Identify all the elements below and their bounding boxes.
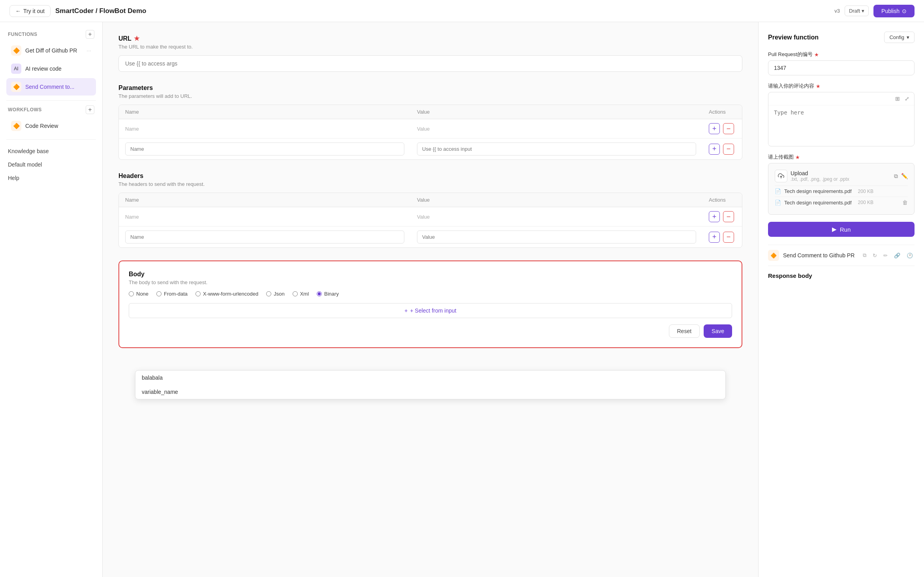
params-row1-name: Name	[119, 122, 411, 136]
radio-form-data[interactable]: From-data	[156, 291, 188, 297]
back-button[interactable]: ← Try it out	[9, 5, 51, 17]
sidebar-divider-1	[6, 100, 96, 101]
step-copy-button[interactable]: ⧉	[861, 251, 868, 259]
step-history-button[interactable]: 🕐	[905, 251, 915, 259]
file-info-1: 📄 Tech design requirements.pdf 200 KB	[775, 188, 873, 194]
headers-row1-name: Name	[119, 210, 411, 224]
add-workflow-button[interactable]: +	[86, 105, 94, 114]
params-row2-name	[119, 139, 411, 159]
send-comment-icon: 🔶	[11, 82, 21, 92]
upload-hint: .txt, .pdf, .png, .jpeg or .pptx	[791, 176, 849, 182]
body-section: Body The body to send with the request. …	[118, 260, 742, 348]
sidebar-item-code-review[interactable]: 🔶 Code Review	[6, 117, 96, 135]
select-from-input-button[interactable]: + + Select from input	[129, 303, 732, 318]
upload-edit-button[interactable]: ✏️	[901, 173, 908, 180]
textarea-expand-icon[interactable]: ⤢	[904, 95, 910, 103]
headers-col-value: Value	[411, 193, 702, 207]
run-label: Run	[840, 226, 851, 233]
url-input[interactable]	[118, 55, 742, 72]
comment-textarea[interactable]	[768, 105, 914, 145]
select-input-wrapper: + + Select from input balabala variable_…	[129, 303, 732, 318]
headers-add-button[interactable]: +	[709, 211, 720, 222]
sidebar-item-get-diff[interactable]: 🔶 Get Diff of Github PR ···	[6, 42, 96, 59]
upload-copy-button[interactable]: ⧉	[894, 173, 898, 180]
run-button[interactable]: ▶ Run	[768, 222, 915, 237]
comment-label: 请输入你的评论内容 ★	[768, 82, 915, 90]
file-delete-button[interactable]: 🗑	[902, 199, 908, 206]
sidebar-item-send-comment[interactable]: 🔶 Send Comment to...	[6, 78, 96, 96]
response-title: Response body	[768, 272, 915, 279]
screenshot-field: 请上传截图 ★ Upload .txt, .pdf, .png, .jpeg o…	[768, 154, 915, 215]
sidebar-item-ai-review[interactable]: AI AI review code	[6, 60, 96, 77]
headers-section: Headers The headers to send with the req…	[118, 172, 742, 248]
upload-text: Upload	[791, 170, 849, 176]
draft-button[interactable]: Draft ▾	[845, 6, 869, 16]
params-row1-value: Value	[411, 122, 702, 136]
file-icon-1: 📄	[775, 188, 781, 194]
add-function-button[interactable]: +	[86, 30, 94, 39]
config-button[interactable]: Config ▾	[884, 32, 915, 43]
select-label: + Select from input	[410, 307, 456, 314]
radio-xml[interactable]: Xml	[293, 291, 309, 297]
params-add-row-button[interactable]: +	[709, 144, 720, 155]
radio-binary[interactable]: Binary	[317, 291, 339, 297]
headers-name-input[interactable]	[125, 230, 404, 244]
version-badge: v3	[834, 8, 840, 14]
back-arrow-icon: ←	[15, 8, 21, 14]
screenshot-label: 请上传截图 ★	[768, 154, 915, 161]
url-title: URL ★	[118, 35, 742, 42]
save-button[interactable]: Save	[704, 324, 732, 338]
dropdown-item-balabala[interactable]: balabala	[135, 371, 725, 385]
dropdown-item-variable-name[interactable]: variable_name	[135, 385, 725, 399]
sidebar-item-label: Send Comment to...	[25, 84, 75, 90]
params-remove-button[interactable]: −	[723, 123, 734, 134]
params-title: Parameters	[118, 84, 742, 92]
header-right: v3 Draft ▾ Publish ⊙	[834, 5, 915, 17]
publish-button[interactable]: Publish ⊙	[873, 5, 915, 17]
ai-review-icon: AI	[11, 64, 21, 74]
sidebar-item-help[interactable]: Help	[0, 171, 102, 185]
sidebar-divider-2	[6, 139, 96, 140]
sidebar-item-knowledge-base[interactable]: Knowledge base	[0, 144, 102, 158]
headers-add-row-button[interactable]: +	[709, 232, 720, 243]
reset-button[interactable]: Reset	[669, 324, 700, 338]
step-name: Send Comment to Github PR	[783, 252, 855, 259]
dropdown-menu: balabala variable_name	[135, 370, 726, 399]
radio-none[interactable]: None	[129, 291, 148, 297]
step-refresh-button[interactable]: ↻	[871, 251, 879, 259]
sidebar-item-default-model[interactable]: Default model	[0, 158, 102, 171]
draft-label: Draft	[849, 8, 860, 14]
radio-urlencoded[interactable]: X-www-form-urlencoded	[195, 291, 258, 297]
headers-value-input[interactable]	[417, 230, 696, 244]
step-link-button[interactable]: 🔗	[892, 251, 902, 259]
params-name-input[interactable]	[125, 142, 404, 155]
pr-number-input[interactable]	[768, 60, 915, 75]
headers-row2-actions: + −	[702, 228, 742, 247]
textarea-toolbar: ⊞ ⤢	[768, 92, 914, 105]
publish-icon: ⊙	[902, 8, 907, 14]
config-chevron-icon: ▾	[907, 34, 909, 40]
file-name-2: Tech design requirements.pdf	[784, 200, 852, 206]
params-add-button[interactable]: +	[709, 123, 720, 134]
headers-remove-button[interactable]: −	[723, 211, 734, 222]
headers-remove-row-button[interactable]: −	[723, 232, 734, 243]
file-size-2: 200 KB	[858, 200, 873, 205]
sidebar-item-label: Code Review	[25, 123, 58, 129]
headers-row2-name	[119, 227, 411, 247]
body-radio-group: None From-data X-www-form-urlencoded Jso…	[129, 291, 732, 297]
textarea-format-icon[interactable]: ⊞	[894, 95, 901, 103]
table-row: Name Value + −	[119, 207, 742, 227]
workflows-label: Workflows	[8, 107, 42, 112]
step-edit-button[interactable]: ✏	[882, 251, 889, 259]
sidebar-item-label: AI review code	[25, 66, 62, 72]
body-footer: Reset Save	[129, 324, 732, 338]
upload-area: Upload .txt, .pdf, .png, .jpeg or .pptx …	[768, 163, 915, 215]
code-review-icon: 🔶	[11, 121, 21, 131]
chevron-down-icon: ▾	[862, 8, 864, 14]
upload-button[interactable]: Upload .txt, .pdf, .png, .jpeg or .pptx	[775, 170, 849, 182]
params-row2-value	[411, 139, 702, 159]
response-section: Response body	[768, 266, 915, 279]
params-value-input[interactable]	[417, 142, 696, 155]
radio-json[interactable]: Json	[266, 291, 284, 297]
params-remove-row-button[interactable]: −	[723, 144, 734, 155]
